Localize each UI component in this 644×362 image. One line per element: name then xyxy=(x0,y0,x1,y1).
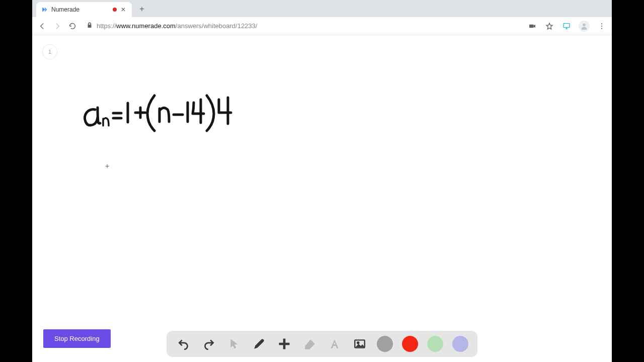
site-favicon xyxy=(41,6,48,13)
url-display[interactable]: https://www.numerade.com/answers/whitebo… xyxy=(83,22,522,30)
svg-rect-7 xyxy=(279,343,290,345)
svg-point-5 xyxy=(601,28,602,29)
eraser-tool[interactable] xyxy=(301,336,317,352)
star-icon[interactable] xyxy=(544,21,554,31)
color-gray[interactable] xyxy=(377,336,393,352)
crosshair-cursor-icon: + xyxy=(105,162,109,170)
image-tool[interactable] xyxy=(352,336,368,352)
address-bar: https://www.numerade.com/answers/whitebo… xyxy=(32,17,612,35)
undo-button[interactable] xyxy=(176,336,192,352)
page-number-badge[interactable]: 1 xyxy=(42,44,57,59)
text-tool[interactable] xyxy=(327,336,343,352)
kebab-menu-icon[interactable] xyxy=(597,21,607,31)
svg-point-2 xyxy=(583,23,585,26)
handwritten-equation xyxy=(80,90,236,138)
color-red[interactable] xyxy=(402,336,418,352)
new-tab-button[interactable]: + xyxy=(135,2,149,16)
svg-point-4 xyxy=(601,25,602,26)
browser-window: Numerade ✕ + https://www.numerade.com/an… xyxy=(32,0,612,362)
camera-icon[interactable] xyxy=(527,21,537,31)
profile-avatar[interactable] xyxy=(579,21,590,32)
screen-share-icon[interactable] xyxy=(561,21,572,31)
forward-button xyxy=(52,21,62,31)
stop-recording-button[interactable]: Stop Recording xyxy=(43,329,111,348)
pen-tool[interactable] xyxy=(251,336,267,352)
insert-shape-tool[interactable] xyxy=(276,336,292,352)
tab-title: Numerade xyxy=(51,6,110,13)
reload-button[interactable] xyxy=(67,21,77,31)
svg-point-9 xyxy=(357,342,359,343)
color-purple[interactable] xyxy=(452,336,468,352)
lock-icon xyxy=(87,22,93,30)
svg-rect-1 xyxy=(564,23,570,27)
redo-button[interactable] xyxy=(201,336,217,352)
pointer-tool[interactable] xyxy=(226,336,242,352)
whiteboard-canvas[interactable]: 1 xyxy=(32,35,612,362)
svg-rect-0 xyxy=(529,24,534,28)
color-green[interactable] xyxy=(427,336,443,352)
whiteboard-toolbar xyxy=(167,331,477,357)
close-tab-icon[interactable]: ✕ xyxy=(120,6,127,13)
tab-strip: Numerade ✕ + xyxy=(32,0,612,17)
toolbar-right xyxy=(527,21,607,32)
svg-point-3 xyxy=(601,23,602,24)
browser-tab[interactable]: Numerade ✕ xyxy=(36,2,132,17)
recording-indicator-icon xyxy=(113,8,117,12)
url-text: https://www.numerade.com/answers/whitebo… xyxy=(97,22,257,30)
back-button[interactable] xyxy=(37,21,47,31)
